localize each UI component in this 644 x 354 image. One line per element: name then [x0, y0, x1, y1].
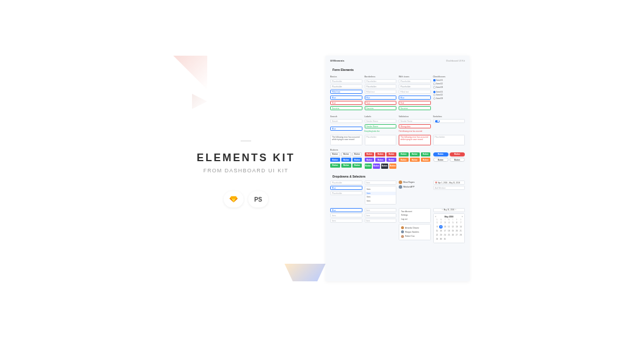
- calendar-day[interactable]: 14: [459, 225, 463, 229]
- text-input[interactable]: Filled text: [399, 90, 431, 94]
- text-input-error[interactable]: Red: [399, 101, 431, 105]
- select-input[interactable]: Placeholder: [330, 191, 362, 195]
- button-warning[interactable]: Button: [399, 158, 409, 162]
- search-input[interactable]: Search: [330, 119, 362, 123]
- checkbox[interactable]: Item 02: [433, 83, 465, 85]
- button-success[interactable]: Button: [352, 164, 362, 168]
- calendar-day[interactable]: 17: [443, 229, 447, 233]
- date-range-picker[interactable]: 📅Apr 1, 2018 – May 31, 2018: [433, 181, 465, 185]
- calendar-day[interactable]: 24: [443, 233, 447, 237]
- button[interactable]: Button: [386, 158, 396, 162]
- pill-button[interactable]: Button: [433, 152, 448, 156]
- textarea-error[interactable]: The following error has occurred while t…: [399, 135, 431, 145]
- calendar-day[interactable]: 10: [443, 225, 447, 229]
- calendar-day[interactable]: 31: [443, 237, 447, 241]
- calendar-day[interactable]: 27: [455, 233, 458, 237]
- button[interactable]: Button: [341, 152, 351, 156]
- button[interactable]: Button: [389, 164, 396, 169]
- radio[interactable]: Item 01: [433, 91, 465, 93]
- button[interactable]: Button: [375, 158, 385, 162]
- text-input[interactable]: Placeholder: [399, 79, 431, 83]
- calendar-day[interactable]: 13: [455, 225, 458, 229]
- textarea[interactable]: Placeholder: [433, 135, 465, 145]
- calendar-day[interactable]: 23: [439, 233, 443, 237]
- pill-button[interactable]: Button: [450, 152, 465, 156]
- user-item[interactable]: Amanda Chavez: [399, 226, 430, 230]
- dropdown-item[interactable]: Item: [365, 199, 396, 202]
- search-input[interactable]: Blue: [330, 127, 362, 131]
- toggle[interactable]: [433, 119, 465, 123]
- select-input[interactable]: Item: [330, 213, 362, 217]
- button[interactable]: Button: [330, 152, 340, 156]
- calendar-day[interactable]: 9: [439, 225, 443, 229]
- calendar-day[interactable]: 19: [451, 229, 455, 233]
- calendar-day[interactable]: 18: [447, 229, 451, 233]
- button-danger[interactable]: Button: [365, 152, 375, 156]
- text-input-success[interactable]: Sender Name: [365, 124, 397, 128]
- button[interactable]: Button: [352, 152, 362, 156]
- button-danger[interactable]: Button: [386, 152, 396, 156]
- select-input[interactable]: Placeholder: [330, 181, 362, 185]
- text-input-blue[interactable]: Blue: [330, 96, 362, 100]
- calendar-day[interactable]: 28: [459, 233, 463, 237]
- text-input[interactable]: Placeholder: [365, 84, 397, 88]
- text-input-blue[interactable]: Blue: [365, 96, 397, 100]
- button[interactable]: Button: [365, 158, 375, 162]
- calendar[interactable]: ‹May 2018› SMTWTFS1234567891011121314151…: [433, 213, 465, 243]
- checkbox[interactable]: Item 01: [433, 79, 465, 81]
- text-input-error[interactable]: Red: [330, 101, 362, 105]
- calendar-day[interactable]: 20: [455, 229, 458, 233]
- button-success[interactable]: Button: [341, 164, 351, 168]
- text-input[interactable]: Sender Name: [399, 119, 431, 123]
- calendar-day[interactable]: 15: [436, 229, 439, 233]
- text-input[interactable]: Placeholder: [399, 84, 431, 88]
- button[interactable]: Button: [373, 164, 380, 169]
- radio[interactable]: Item 03: [433, 97, 465, 100]
- textarea[interactable]: The following error has occurred while t…: [330, 135, 362, 145]
- text-input-error[interactable]: Red: [365, 101, 397, 105]
- button-primary[interactable]: Button: [330, 158, 340, 162]
- text-input-success[interactable]: Success: [399, 106, 431, 110]
- select-input[interactable]: Item: [365, 181, 397, 185]
- text-input[interactable]: Placeholder: [365, 79, 397, 83]
- select-input[interactable]: Add Member: [433, 186, 465, 190]
- button[interactable]: Button: [365, 164, 372, 169]
- button-success[interactable]: Button: [399, 152, 409, 156]
- calendar-day[interactable]: 6: [455, 221, 458, 224]
- calendar-day[interactable]: 21: [459, 229, 463, 233]
- text-input-success[interactable]: Success: [330, 106, 362, 110]
- calendar-day[interactable]: 12: [451, 225, 455, 229]
- text-input-blue[interactable]: Blue: [399, 96, 431, 100]
- pill-button[interactable]: Button: [433, 158, 448, 162]
- calendar-day[interactable]: 25: [447, 233, 451, 237]
- calendar-day[interactable]: 4: [447, 221, 451, 224]
- select-input[interactable]: Blue: [330, 186, 362, 190]
- calendar-day[interactable]: 7: [459, 221, 463, 224]
- button-danger[interactable]: Button: [375, 152, 385, 156]
- checkbox[interactable]: Item 03: [433, 86, 465, 88]
- button-primary[interactable]: Button: [352, 158, 362, 162]
- user-selector[interactable]: Brian Rogers: [399, 181, 431, 184]
- calendar-day[interactable]: 2: [439, 221, 443, 224]
- calendar-day[interactable]: 26: [451, 233, 455, 237]
- select-input[interactable]: Item: [365, 219, 397, 223]
- text-input[interactable]: Placeholder: [330, 79, 362, 83]
- button-warning[interactable]: Button: [421, 158, 431, 162]
- calendar-day[interactable]: 3: [443, 221, 447, 224]
- select-input[interactable]: Item: [365, 213, 397, 217]
- menu-item[interactable]: Log out: [399, 217, 430, 220]
- calendar-day[interactable]: 11: [447, 225, 451, 229]
- user-item[interactable]: Robert Cox: [399, 234, 430, 239]
- select-input[interactable]: Item: [365, 208, 397, 212]
- date-picker[interactable]: ‹ May 31, 2018 ›: [433, 208, 465, 212]
- text-input-focused[interactable]: Filled text: [330, 90, 362, 94]
- user-item[interactable]: Morgan Sanders: [399, 230, 430, 234]
- calendar-day[interactable]: 8: [436, 225, 439, 229]
- button[interactable]: Button: [381, 164, 388, 169]
- button-success[interactable]: Button: [330, 164, 340, 168]
- text-input[interactable]: Sender Name: [365, 119, 397, 123]
- button-warning[interactable]: Button: [410, 158, 420, 162]
- calendar-day[interactable]: 5: [451, 221, 455, 224]
- text-input-error[interactable]: Wrong data: [399, 124, 431, 128]
- textarea[interactable]: Placeholder: [365, 135, 397, 145]
